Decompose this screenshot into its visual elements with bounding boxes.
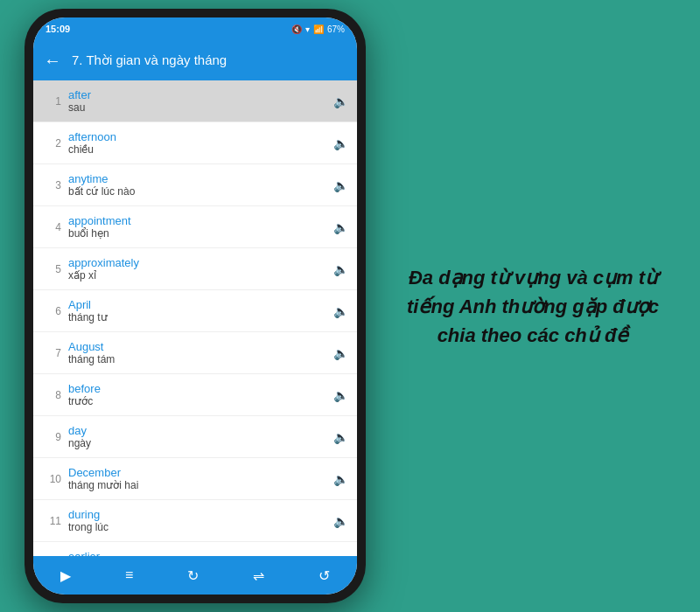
status-bar: 15:09 🔇 ▾ 📶 67% bbox=[33, 17, 357, 40]
battery-level: 67% bbox=[327, 24, 345, 34]
vocab-content: approximately xấp xỉ bbox=[68, 256, 333, 282]
vocab-content: anytime bất cứ lúc nào bbox=[68, 172, 333, 198]
vocab-english: day bbox=[68, 424, 333, 437]
vocab-row[interactable]: 4 appointment buổi hẹn 🔈 bbox=[33, 206, 357, 248]
speaker-icon[interactable]: 🔈 bbox=[333, 220, 348, 234]
vocab-number: 4 bbox=[42, 221, 61, 233]
vocab-content: during trong lúc bbox=[68, 508, 333, 533]
vocab-vietnamese: tháng tám bbox=[68, 353, 333, 365]
vocab-english: anytime bbox=[68, 172, 333, 185]
phone-screen: 15:09 🔇 ▾ 📶 67% ← 7. Thời gian và ngày t… bbox=[33, 17, 357, 595]
vocab-english: April bbox=[68, 298, 333, 311]
vocab-row[interactable]: 10 December tháng mười hai 🔈 bbox=[33, 458, 357, 500]
vocab-content: afternoon chiều bbox=[68, 130, 333, 156]
signal-icon: 📶 bbox=[313, 24, 324, 34]
vocab-row[interactable]: 11 during trong lúc 🔈 bbox=[33, 500, 357, 542]
speaker-icon[interactable]: 🔈 bbox=[333, 136, 348, 150]
vocab-content: April tháng tư bbox=[68, 298, 333, 323]
vocab-vietnamese: sau bbox=[68, 101, 333, 114]
vocab-row[interactable]: 9 day ngày 🔈 bbox=[33, 416, 357, 458]
vocab-content: before trước bbox=[68, 382, 333, 407]
vocab-content: earlier sớm hơn bbox=[68, 550, 333, 556]
vocab-number: 7 bbox=[42, 347, 61, 359]
vocab-english: during bbox=[68, 508, 333, 521]
app-header: ← 7. Thời gian và ngày tháng bbox=[33, 40, 357, 80]
vocab-content: August tháng tám bbox=[68, 340, 333, 365]
vocab-english: afternoon bbox=[68, 130, 333, 143]
back-button[interactable]: ← bbox=[44, 51, 61, 71]
feature-description: Đa dạng từ vựng và cụm từ tiếng Anh thườ… bbox=[392, 263, 674, 350]
vocab-english: before bbox=[68, 382, 333, 395]
speaker-icon[interactable]: 🔈 bbox=[333, 94, 348, 108]
status-icons: 🔇 ▾ 📶 67% bbox=[291, 24, 345, 34]
vocab-number: 1 bbox=[42, 95, 61, 108]
vocab-number: 3 bbox=[42, 179, 61, 191]
repeat-button[interactable]: ↻ bbox=[187, 567, 199, 584]
vocab-vietnamese: ngày bbox=[68, 437, 333, 449]
vocab-content: day ngày bbox=[68, 424, 333, 449]
list-button[interactable]: ≡ bbox=[125, 567, 133, 583]
speaker-icon[interactable]: 🔈 bbox=[333, 304, 348, 318]
vocab-vietnamese: buổi hẹn bbox=[68, 227, 333, 240]
vocab-english: approximately bbox=[68, 256, 333, 269]
vocab-content: December tháng mười hai bbox=[68, 466, 333, 491]
vocab-number: 9 bbox=[42, 431, 61, 443]
vocab-number: 10 bbox=[42, 473, 61, 485]
vocab-number: 6 bbox=[42, 305, 61, 317]
vocab-number: 11 bbox=[42, 515, 61, 527]
vocab-row[interactable]: 7 August tháng tám 🔈 bbox=[33, 332, 357, 374]
play-button[interactable]: ▶ bbox=[60, 567, 71, 584]
speaker-icon[interactable]: 🔈 bbox=[333, 346, 348, 360]
speaker-icon[interactable]: 🔈 bbox=[333, 262, 348, 276]
vocab-vietnamese: xấp xỉ bbox=[68, 269, 333, 282]
status-time: 15:09 bbox=[46, 24, 70, 34]
speaker-icon[interactable]: 🔈 bbox=[333, 472, 348, 486]
vocab-vietnamese: tháng mười hai bbox=[68, 479, 333, 491]
vocab-row[interactable]: 2 afternoon chiều 🔈 bbox=[33, 122, 357, 164]
refresh-button[interactable]: ↺ bbox=[318, 567, 330, 584]
vocab-row[interactable]: 6 April tháng tư 🔈 bbox=[33, 290, 357, 332]
vocab-vietnamese: tháng tư bbox=[68, 311, 333, 323]
vocab-row[interactable]: 8 before trước 🔈 bbox=[33, 374, 357, 416]
wifi-icon: ▾ bbox=[305, 24, 310, 34]
page-wrapper: 15:09 🔇 ▾ 📶 67% ← 7. Thời gian và ngày t… bbox=[0, 0, 700, 612]
vocab-english: August bbox=[68, 340, 333, 353]
vocab-row[interactable]: 3 anytime bất cứ lúc nào 🔈 bbox=[33, 164, 357, 206]
vocab-english: earlier bbox=[68, 550, 333, 556]
speaker-icon[interactable]: 🔈 bbox=[333, 178, 348, 192]
right-panel: Đa dạng từ vựng và cụm từ tiếng Anh thườ… bbox=[366, 237, 700, 376]
vocab-row[interactable]: 5 approximately xấp xỉ 🔈 bbox=[33, 248, 357, 290]
speaker-icon[interactable]: 🔈 bbox=[333, 514, 348, 528]
vocab-number: 8 bbox=[42, 389, 61, 401]
vocab-vietnamese: bất cứ lúc nào bbox=[68, 185, 333, 198]
vocab-vietnamese: trong lúc bbox=[68, 521, 333, 533]
vocab-english: after bbox=[68, 88, 333, 101]
vocab-vietnamese: trước bbox=[68, 395, 333, 407]
speaker-icon[interactable]: 🔈 bbox=[333, 388, 348, 402]
vocab-list: 1 after sau 🔈 2 afternoon chiều 🔈 3 anyt… bbox=[33, 80, 357, 556]
vocab-vietnamese: chiều bbox=[68, 143, 333, 156]
bottom-bar: ▶ ≡ ↻ ⇌ ↺ bbox=[33, 556, 357, 595]
vocab-content: appointment buổi hẹn bbox=[68, 214, 333, 240]
shuffle-button[interactable]: ⇌ bbox=[253, 567, 264, 584]
vocab-row[interactable]: 12 earlier sớm hơn 🔈 bbox=[33, 542, 357, 556]
lesson-title: 7. Thời gian và ngày tháng bbox=[72, 52, 227, 68]
vocab-english: appointment bbox=[68, 214, 333, 227]
vocab-number: 5 bbox=[42, 263, 61, 275]
vocab-row[interactable]: 1 after sau 🔈 bbox=[33, 80, 357, 122]
phone-shell: 15:09 🔇 ▾ 📶 67% ← 7. Thời gian và ngày t… bbox=[24, 9, 366, 603]
speaker-icon[interactable]: 🔈 bbox=[333, 430, 348, 444]
vocab-english: December bbox=[68, 466, 333, 479]
vocab-number: 2 bbox=[42, 137, 61, 150]
vocab-content: after sau bbox=[68, 88, 333, 114]
mute-icon: 🔇 bbox=[291, 24, 302, 34]
